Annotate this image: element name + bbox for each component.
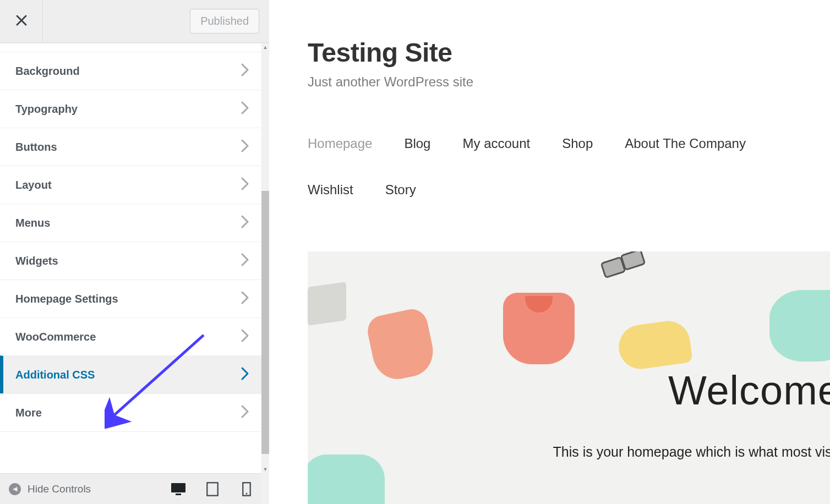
section-background[interactable]: Background [0,52,261,90]
tablet-icon [206,482,219,496]
hide-controls-label: Hide Controls [28,483,91,495]
mobile-preview-button[interactable] [238,481,255,497]
section-more[interactable]: More [0,393,261,432]
customizer-footer: ◀ Hide Controls [0,473,261,504]
nav-homepage[interactable]: Homepage [308,136,372,151]
hero-graphic-tshirt [503,293,575,364]
mobile-icon [242,482,251,496]
section-layout[interactable]: Layout [0,166,261,204]
desktop-preview-button[interactable] [170,481,187,497]
tablet-preview-button[interactable] [204,481,221,497]
nav-shop[interactable]: Shop [562,136,593,151]
scroll-down-icon[interactable]: ▼ [261,465,269,473]
chevron-right-icon [241,404,249,421]
scroll-thumb[interactable] [261,191,269,454]
chevron-right-icon [241,101,249,118]
nav-about[interactable]: About The Company [625,136,746,151]
section-label: Menus [15,217,50,229]
customizer-sections: Background Typography Buttons Layout Men… [0,52,261,432]
site-nav: Homepage Blog My account Shop About The … [308,136,803,198]
customizer-header: Published [0,0,269,43]
svg-rect-1 [171,483,185,492]
panel-scrollbar[interactable]: ▲ ▼ [261,43,269,504]
hide-controls-button[interactable]: ◀ Hide Controls [9,483,91,495]
hero-text: This is your homepage which is what most… [553,444,830,460]
section-label: Additional CSS [15,369,95,381]
section-label: Layout [15,179,52,191]
hero-graphic-bottom-shirt [308,454,385,504]
svg-point-5 [246,492,248,494]
nav-wishlist[interactable]: Wishlist [308,182,353,198]
section-woocommerce[interactable]: WooCommerce [0,317,261,356]
site-title[interactable]: Testing Site [308,37,830,68]
customizer-panel: Published Background Typography Buttons … [0,0,269,504]
hero-heading: Welcome [668,367,830,414]
close-icon [15,14,28,29]
svg-rect-2 [176,494,181,495]
section-menus[interactable]: Menus [0,204,261,242]
section-label: Homepage Settings [15,293,118,305]
chevron-right-icon [241,215,249,232]
hero-graphic-folded-cloth [308,282,346,326]
section-label: Widgets [15,255,58,267]
device-preview-toggle [170,481,255,497]
section-label: WooCommerce [15,331,96,343]
section-widgets[interactable]: Widgets [0,242,261,280]
section-additional-css[interactable]: Additional CSS [0,355,261,394]
chevron-right-icon [241,366,249,384]
site-preview: Testing Site Just another WordPress site… [269,0,830,504]
svg-rect-3 [207,483,218,496]
hero-graphic-red-shirt [365,306,438,384]
nav-blog[interactable]: Blog [404,136,430,151]
collapse-left-icon: ◀ [9,483,21,495]
site-tagline: Just another WordPress site [308,74,830,90]
section-typography[interactable]: Typography [0,90,261,128]
site-header: Testing Site Just another WordPress site [269,0,830,90]
chevron-right-icon [241,328,249,346]
section-buttons[interactable]: Buttons [0,128,261,166]
hero-section: Welcome This is your homepage which is w… [308,251,830,504]
section-label: Typography [15,103,78,116]
chevron-right-icon [241,139,249,156]
chevron-right-icon [241,291,249,308]
hero-graphic-sunglasses [602,251,646,284]
hero-graphic-cap [616,318,693,371]
chevron-right-icon [241,177,249,194]
section-label: Background [15,65,80,78]
nav-my-account[interactable]: My account [462,136,530,151]
hero-graphic-sweater [769,290,830,361]
nav-story[interactable]: Story [385,182,416,198]
scroll-up-icon[interactable]: ▲ [261,43,269,51]
desktop-icon [171,483,186,496]
close-button[interactable] [0,0,43,43]
publish-button[interactable]: Published [190,9,259,34]
chevron-right-icon [241,63,249,80]
section-label: More [15,407,42,419]
chevron-right-icon [241,253,249,270]
customizer-body: Background Typography Buttons Layout Men… [0,43,269,504]
section-label: Buttons [15,141,57,154]
section-homepage-settings[interactable]: Homepage Settings [0,280,261,318]
